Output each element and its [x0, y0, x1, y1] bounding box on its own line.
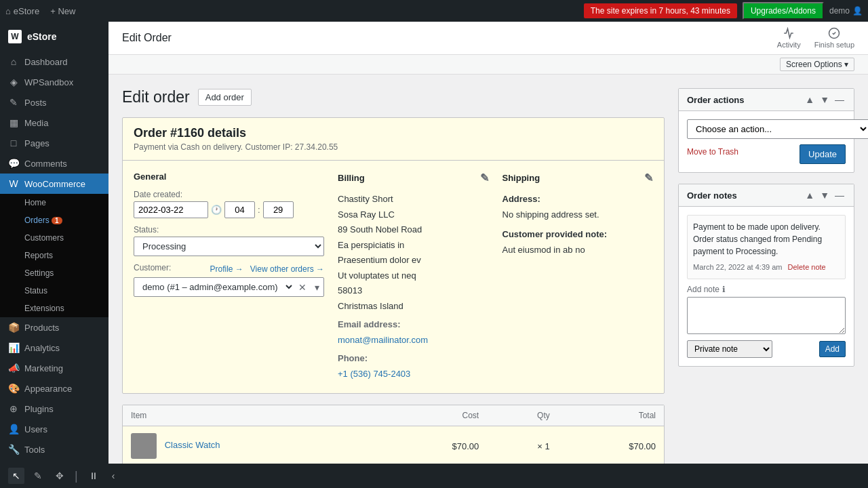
- tools-icon: 🔧: [8, 444, 19, 455]
- customer-field-group: Customer: Profile → View other orders →: [134, 263, 324, 297]
- finish-setup-icon: [828, 27, 840, 39]
- shipping-info: Address: No shipping address set. Custom…: [502, 192, 654, 256]
- time-separator: :: [258, 205, 260, 215]
- notes-panel-minimize-btn[interactable]: —: [833, 190, 846, 201]
- add-order-button[interactable]: Add order: [198, 89, 252, 106]
- sidebar-logo[interactable]: W eStore: [0, 22, 108, 49]
- update-button[interactable]: Update: [800, 144, 846, 164]
- toolbar-pause-button[interactable]: ⏸: [85, 468, 102, 484]
- minute-input[interactable]: [263, 201, 294, 218]
- add-note-button[interactable]: Add: [819, 341, 846, 357]
- notes-panel-down-btn[interactable]: ▼: [818, 190, 831, 201]
- toolbar-move-button[interactable]: ✥: [52, 468, 68, 484]
- sidebar-item-media[interactable]: ▦ Media: [0, 113, 108, 133]
- sidebar-label-users: Users: [24, 424, 47, 434]
- shipping-address-label: Address:: [502, 194, 540, 204]
- panel-header-actions: ▲ ▼ —: [804, 94, 846, 105]
- billing-email[interactable]: monat@mailinator.com: [338, 335, 428, 345]
- remove-customer-button[interactable]: ✕: [294, 279, 311, 296]
- sidebar-subitem-reports[interactable]: Reports: [0, 247, 108, 264]
- demo-user-label: demo 👤: [829, 6, 863, 16]
- note-textarea[interactable]: [687, 297, 846, 334]
- billing-edit-icon[interactable]: ✎: [480, 171, 489, 184]
- order-notes-panel-header: Order notes ▲ ▼ —: [679, 184, 854, 207]
- note-type-select[interactable]: Private note Note to customer: [687, 340, 772, 358]
- finish-setup-button[interactable]: Finish setup: [814, 27, 854, 49]
- sidebar-item-users[interactable]: 👤 Users: [0, 419, 108, 439]
- item-total: $70.00: [558, 426, 664, 466]
- status-select[interactable]: Pending payment Processing On hold Compl…: [134, 237, 324, 256]
- order-meta: Payment via Cash on delivery. Customer I…: [134, 142, 653, 152]
- sidebar-item-tools[interactable]: 🔧 Tools: [0, 439, 108, 460]
- customer-select[interactable]: demo (#1 – admin@example.com): [134, 278, 294, 296]
- actions-footer: Move to Trash Update: [687, 144, 846, 164]
- date-field-group: Date created: 🕐 :: [134, 190, 324, 218]
- delete-note-link[interactable]: Delete note: [787, 262, 825, 273]
- main-content: Edit Order Activity Finish setup: [108, 22, 868, 488]
- panel-collapse-up-btn[interactable]: ▲: [804, 94, 816, 105]
- item-cell: Classic Watch: [123, 426, 381, 466]
- view-orders-link[interactable]: View other orders →: [250, 264, 324, 274]
- toolbar-collapse-button[interactable]: ‹: [108, 468, 119, 484]
- sidebar-item-pages[interactable]: □ Pages: [0, 133, 108, 153]
- billing-phone[interactable]: +1 (536) 745-2403: [338, 369, 410, 379]
- profile-link[interactable]: Profile →: [210, 264, 243, 274]
- sidebar-subitem-status[interactable]: Status: [0, 282, 108, 300]
- toolbar-pointer-button[interactable]: ↖: [8, 468, 24, 484]
- sidebar-label-media: Media: [24, 118, 48, 128]
- sidebar-subitem-home[interactable]: Home: [0, 194, 108, 211]
- date-input[interactable]: [134, 201, 208, 218]
- sidebar-item-posts[interactable]: ✎ Posts: [0, 92, 108, 113]
- shipping-column: Shipping ✎ Address: No shipping address …: [502, 171, 654, 382]
- page-header-title: Edit Order: [122, 32, 172, 44]
- col-item: Item: [123, 405, 381, 426]
- action-select[interactable]: Choose an action... Email invoice / orde…: [687, 119, 868, 139]
- status-field-group: Status: Pending payment Processing On ho…: [134, 225, 324, 256]
- billing-column: Billing ✎ Chastity Short Sosa Ray LLC 89…: [338, 171, 502, 382]
- sidebar-item-plugins[interactable]: ⊕ Plugins: [0, 399, 108, 419]
- sidebar-subitem-settings[interactable]: Settings: [0, 264, 108, 282]
- sidebar-item-dashboard[interactable]: ⌂ Dashboard: [0, 52, 108, 72]
- sidebar-item-products[interactable]: 📦 Products: [0, 317, 108, 338]
- sidebar-item-analytics[interactable]: 📊 Analytics: [0, 338, 108, 358]
- screen-options-bar: Screen Options ▾: [108, 55, 868, 75]
- screen-options-button[interactable]: Screen Options ▾: [780, 58, 854, 71]
- toolbar-divider: |: [75, 469, 78, 483]
- toolbar-edit-button[interactable]: ✎: [30, 468, 46, 484]
- sidebar-item-comments[interactable]: 💬 Comments: [0, 153, 108, 174]
- sidebar-label-analytics: Analytics: [24, 343, 60, 353]
- billing-address2: Ea perspiciatis in: [338, 239, 489, 252]
- status-label: Status:: [134, 225, 324, 235]
- admin-bar-new[interactable]: + New: [50, 6, 75, 16]
- shipping-edit-icon[interactable]: ✎: [644, 171, 653, 184]
- sidebar-subitem-extensions[interactable]: Extensions: [0, 300, 108, 317]
- products-icon: 📦: [8, 322, 19, 333]
- move-to-trash-link[interactable]: Move to Trash: [687, 147, 738, 157]
- activity-button[interactable]: Activity: [777, 27, 801, 49]
- billing-address1: 89 South Nobel Road: [338, 223, 489, 237]
- woocommerce-submenu: Home Orders 1 Customers Reports Settings…: [0, 194, 108, 317]
- notes-panel-up-btn[interactable]: ▲: [804, 190, 816, 201]
- date-label: Date created:: [134, 190, 324, 199]
- sidebar-item-appearance[interactable]: 🎨 Appearance: [0, 378, 108, 399]
- user-icon: 👤: [852, 6, 863, 16]
- hour-input[interactable]: [224, 201, 255, 218]
- sidebar-label-dashboard: Dashboard: [24, 57, 68, 67]
- sidebar-label-products: Products: [24, 323, 59, 333]
- dashboard-icon: ⌂: [8, 56, 19, 67]
- sidebar-item-marketing[interactable]: 📣 Marketing: [0, 358, 108, 378]
- upgrade-button[interactable]: Upgrades/Addons: [743, 2, 824, 20]
- order-notes-panel-body: Payment to be made upon delivery. Order …: [679, 207, 854, 366]
- customer-dropdown-btn[interactable]: ▾: [311, 279, 323, 296]
- panel-collapse-down-btn[interactable]: ▼: [818, 94, 831, 105]
- admin-bar-site-name[interactable]: ⌂ eStore: [5, 6, 39, 16]
- shipping-title: Shipping ✎: [502, 171, 654, 184]
- item-name-link[interactable]: Classic Watch: [165, 440, 220, 450]
- sidebar-item-wpsandbox[interactable]: ◈ WPSandbox: [0, 72, 108, 92]
- sidebar-subitem-customers[interactable]: Customers: [0, 229, 108, 247]
- customer-row: Customer: Profile → View other orders →: [134, 263, 324, 274]
- add-note-info-icon: ℹ: [722, 285, 726, 294]
- panel-minimize-btn[interactable]: —: [833, 94, 846, 105]
- sidebar-subitem-orders[interactable]: Orders 1: [0, 211, 108, 229]
- sidebar-item-woocommerce[interactable]: W WooCommerce: [0, 174, 108, 194]
